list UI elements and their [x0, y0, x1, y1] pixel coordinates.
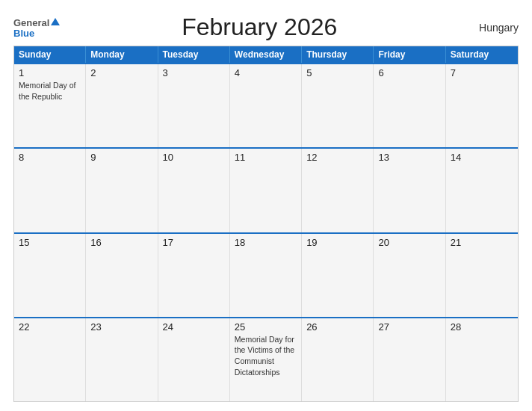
cell-feb-13: 13 — [374, 149, 445, 232]
cell-feb-26: 26 — [302, 318, 374, 401]
calendar-header: Sunday Monday Tuesday Wednesday Thursday… — [14, 46, 518, 63]
cell-feb-4: 4 — [230, 64, 302, 147]
logo-general-text: General — [13, 18, 49, 28]
calendar-page: General Blue February 2026 Hungary Sunda… — [0, 0, 532, 411]
svg-marker-0 — [51, 18, 60, 25]
week-3: 15 16 17 18 19 20 21 — [14, 232, 518, 317]
cell-feb-8: 8 — [14, 149, 86, 232]
cell-feb-2: 2 — [86, 64, 158, 147]
cell-feb-21: 21 — [446, 234, 518, 317]
cell-feb-27: 27 — [374, 318, 445, 401]
header-thursday: Thursday — [302, 46, 374, 63]
logo-triangle-icon — [51, 16, 60, 28]
cell-feb-28: 28 — [446, 318, 518, 401]
week-2: 8 9 10 11 12 13 14 — [14, 147, 518, 232]
cell-feb-16: 16 — [86, 234, 158, 317]
cell-feb-1: 1 Memorial Day of the Republic — [14, 64, 86, 147]
cell-feb-15: 15 — [14, 234, 86, 317]
header-monday: Monday — [86, 46, 158, 63]
cell-feb-5: 5 — [302, 64, 374, 147]
cell-feb-23: 23 — [86, 318, 158, 401]
cell-feb-17: 17 — [158, 234, 230, 317]
cell-feb-18: 18 — [230, 234, 302, 317]
cell-feb-14: 14 — [446, 149, 518, 232]
country-label: Hungary — [459, 22, 519, 34]
cell-feb-12: 12 — [302, 149, 374, 232]
cell-feb-10: 10 — [158, 149, 230, 232]
cell-feb-6: 6 — [374, 64, 445, 147]
cell-feb-9: 9 — [86, 149, 158, 232]
cell-feb-3: 3 — [158, 64, 230, 147]
header-wednesday: Wednesday — [230, 46, 302, 63]
week-1: 1 Memorial Day of the Republic 2 3 4 5 6… — [14, 63, 518, 147]
calendar-title: February 2026 — [60, 13, 459, 41]
header-saturday: Saturday — [446, 46, 518, 63]
calendar-grid: Sunday Monday Tuesday Wednesday Thursday… — [13, 46, 519, 402]
header-tuesday: Tuesday — [158, 46, 230, 63]
cell-feb-19: 19 — [302, 234, 374, 317]
page-header: General Blue February 2026 Hungary — [13, 13, 519, 41]
cell-feb-7: 7 — [446, 64, 518, 147]
cell-feb-24: 24 — [158, 318, 230, 401]
cell-feb-22: 22 — [14, 318, 86, 401]
header-friday: Friday — [374, 46, 445, 63]
logo-blue-text: Blue — [13, 28, 34, 38]
week-4: 22 23 24 25 Memorial Day for the Victims… — [14, 317, 518, 401]
cell-feb-25: 25 Memorial Day for the Victims of the C… — [230, 318, 302, 401]
logo: General Blue — [13, 16, 60, 38]
calendar-body: 1 Memorial Day of the Republic 2 3 4 5 6… — [14, 63, 518, 401]
cell-feb-11: 11 — [230, 149, 302, 232]
header-sunday: Sunday — [14, 46, 86, 63]
cell-feb-20: 20 — [374, 234, 445, 317]
